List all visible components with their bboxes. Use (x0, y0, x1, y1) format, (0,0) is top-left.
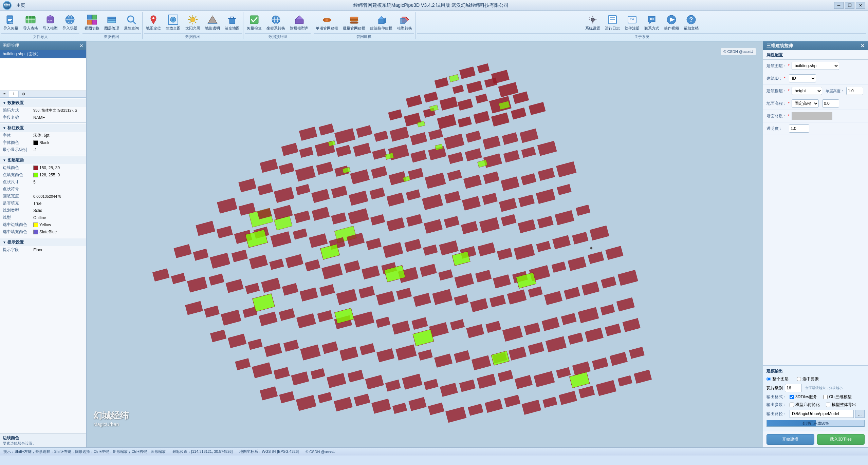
run-log-icon (607, 14, 618, 25)
floor-height-input[interactable] (846, 87, 863, 95)
pointsymbol-label: 点状符号 (3, 186, 33, 192)
tiles-level-input[interactable] (785, 384, 802, 392)
import-vector-button[interactable]: shp 导入矢量 (1, 13, 20, 32)
right-panel-close-button[interactable]: ✕ (861, 43, 865, 49)
contact-button[interactable]: 联系方式 (642, 13, 661, 32)
model-lib-button[interactable]: 附属模型库 (288, 13, 311, 32)
sys-settings-button[interactable]: 系统设置 (583, 13, 602, 32)
props-row-hintfield: 提示字段 Floor (0, 246, 86, 253)
props-section-hint-header[interactable]: ▼ 提示设置 (0, 238, 86, 246)
props-section-annotation-header[interactable]: ▼ 标注设置 (0, 124, 86, 132)
coord-convert-button[interactable]: 坐标系转换 (264, 13, 287, 32)
format-obj-checkbox[interactable] (823, 395, 828, 399)
browse-button[interactable]: ... (855, 410, 865, 418)
attr-query-label: 属性查询 (124, 26, 139, 31)
run-log-button[interactable]: 运行日志 (603, 13, 622, 32)
menu-home[interactable]: 主页 (14, 2, 28, 9)
close-button[interactable]: ✕ (856, 2, 865, 9)
software-register-button[interactable]: ™ 软件注册 (623, 13, 642, 32)
building-layer-select[interactable]: building.shp (792, 62, 839, 70)
output-path-label: 输出路径： (767, 411, 787, 417)
attr-section-title: 属性配置 (763, 50, 868, 60)
props-section-render-header[interactable]: ▼ 图层渲染 (0, 156, 86, 164)
encoding-value: 936, 简体中文(GB2312), g (33, 108, 84, 113)
layer-list: building.shp（面状） (0, 50, 86, 91)
transparency-input[interactable] (789, 124, 809, 133)
operation-video-button[interactable]: 操作视频 (662, 13, 681, 32)
ground-elev-input[interactable] (822, 99, 839, 108)
fieldname-value: NAME (33, 115, 84, 120)
single-pipe-model-icon (321, 14, 332, 25)
single-pipe-model-button[interactable]: 单项管网建模 (314, 13, 340, 32)
output-path-input[interactable] (790, 410, 854, 418)
props-section-data-header[interactable]: ▼ 数据设置 (0, 99, 86, 107)
mode-all-radio[interactable] (767, 377, 771, 381)
hint-section-title: 提示设置 (7, 239, 24, 245)
building-extrude-button[interactable]: 建筑拉伸建模 (368, 13, 394, 32)
map-area[interactable]: 幻城经纬 MagicUrban © CSDN @ucosU ✦ (87, 41, 763, 447)
render-section-toggle[interactable]: ▼ (3, 158, 6, 162)
layer-mgmt-button[interactable]: 图层管理 (102, 13, 121, 32)
props-tab-settings[interactable]: ⚙ (19, 91, 29, 97)
toolbar-group-data-view: 视图切换 图层管理 属性查询 数据视图 (81, 12, 143, 39)
pointsize-value: 5 (33, 179, 84, 185)
attr-query-icon (126, 14, 137, 25)
import-scene-button[interactable]: 导入场景 (60, 13, 79, 32)
mode-selected-radio[interactable] (797, 377, 801, 381)
hint-section-toggle[interactable]: ▼ (3, 240, 6, 244)
building-id-select[interactable]: ID (789, 74, 816, 82)
layer-mgmt-icon (106, 14, 117, 25)
param-simplify-checkbox[interactable] (790, 403, 794, 407)
vector-check-button[interactable]: 矢量检查 (245, 13, 264, 32)
annotation-section-toggle[interactable]: ▼ (3, 126, 6, 130)
sel-fillcolor-swatch (33, 230, 38, 234)
window-controls: ─ ❐ ✕ (834, 2, 865, 9)
zoom-all-button[interactable]: 缩放全图 (164, 13, 183, 32)
view-switch-button[interactable]: 视图切换 (82, 13, 101, 32)
layer-panel-close-button[interactable]: ✕ (79, 43, 84, 49)
format-3dtiles-checkbox[interactable] (790, 395, 794, 399)
clear-map-button[interactable]: 清空地图 (223, 13, 242, 32)
param-export-checkbox[interactable] (826, 403, 830, 407)
logo-area: 经纬 主页 (3, 1, 28, 10)
map-locate-button[interactable]: 地图定位 (144, 13, 163, 32)
encoding-label: 编码方式 (3, 108, 33, 113)
ground-elev-required: * (788, 101, 790, 106)
restore-button[interactable]: ❐ (845, 2, 854, 9)
bottom-label-area: 边线颜色 要素边线颜色设置。 (0, 433, 86, 447)
help-docs-button[interactable]: ? 帮助文档 (682, 13, 701, 32)
batch-pipe-model-button[interactable]: 批量管网建模 (341, 13, 367, 32)
start-build-button[interactable]: 开始建模 (767, 434, 814, 445)
toolbar-group-map-ops: 地图定位 缩放全图 太阳光照 地形透明 (143, 12, 243, 39)
minimize-button[interactable]: ─ (834, 2, 844, 9)
import-table-icon (25, 14, 36, 25)
sun-light-button[interactable]: 太阳光照 (183, 13, 202, 32)
svg-point-71 (652, 18, 654, 20)
map-cursor-indicator: ✦ (589, 245, 594, 252)
building-layer-row: 建筑图层： * building.shp (763, 60, 868, 72)
attr-query-button[interactable]: 属性查询 (122, 13, 141, 32)
svg-rect-57 (350, 22, 358, 23)
penwidth-label: 画笔宽度 (3, 193, 33, 199)
import-table-label: 导入表格 (23, 26, 38, 31)
terrain-transparent-button[interactable]: 地形透明 (203, 13, 222, 32)
save-3dtiles-button[interactable]: 载入3DTiles (817, 434, 865, 445)
data-section-toggle[interactable]: ▼ (3, 101, 6, 105)
svg-line-35 (189, 16, 191, 18)
model-convert-button[interactable]: 模型转换 (395, 13, 414, 32)
svg-rect-2 (8, 19, 12, 20)
props-tab-list[interactable]: ≡ (0, 91, 9, 97)
building-id-required: * (784, 76, 786, 81)
linetype-value: Solid (33, 208, 84, 213)
sys-settings-label: 系统设置 (585, 26, 600, 31)
ground-elev-type-select[interactable]: 固定高程 (792, 99, 819, 108)
help-docs-label: 帮助文档 (684, 26, 699, 31)
edgecolor-value: 150, 28, 39 (33, 165, 84, 171)
import-table-button[interactable]: 导入表格 (21, 13, 40, 32)
app-logo: 经纬 (3, 1, 12, 10)
layer-item[interactable]: building.shp（面状） (0, 50, 86, 58)
building-floors-select[interactable]: height (792, 87, 822, 95)
import-model-button[interactable]: Obj 导入模型 (41, 13, 60, 32)
wall-material-color-input[interactable] (792, 112, 832, 120)
props-tab-properties[interactable]: 1 (9, 91, 18, 97)
